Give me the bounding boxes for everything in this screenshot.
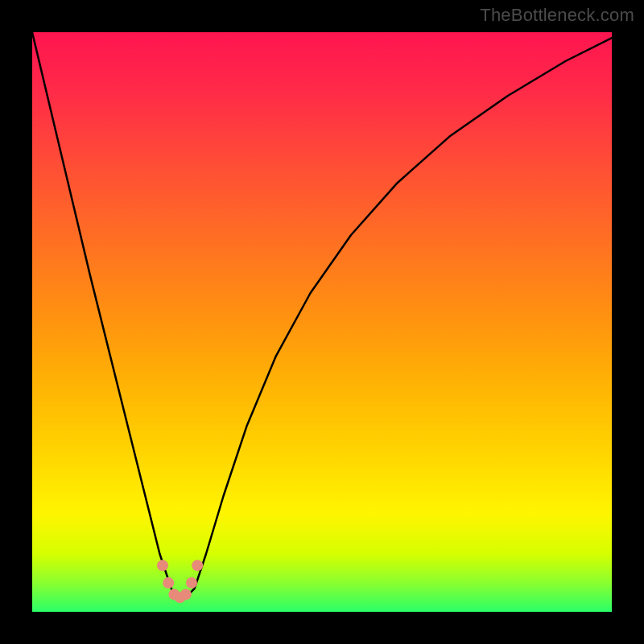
watermark-text: TheBottleneck.com [480,5,634,26]
marker-dot [157,559,168,571]
curve-path-group [32,32,612,601]
plot-area [32,32,612,612]
chart-frame: TheBottleneck.com [0,0,644,644]
curve-path [32,32,612,601]
chart-svg [32,32,612,612]
marker-group [157,559,203,603]
marker-dot [180,588,192,600]
marker-dot [163,577,174,588]
marker-dot [186,577,197,588]
marker-dot [192,559,203,571]
